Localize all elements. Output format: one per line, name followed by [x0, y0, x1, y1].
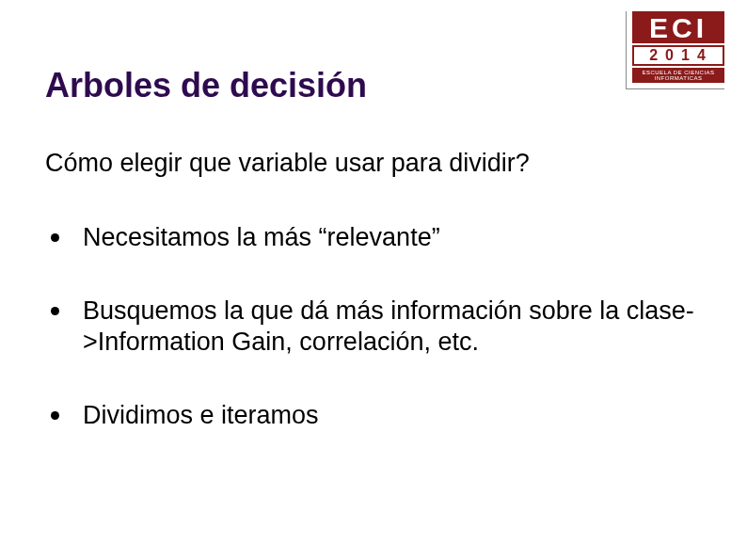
logo-year: 2014 — [632, 45, 724, 66]
slide-subtitle: Cómo elegir que variable usar para divid… — [45, 149, 530, 178]
list-item: Necesitamos la más “relevante” — [45, 222, 702, 252]
list-item: Busquemos la que dá más información sobr… — [45, 296, 702, 357]
logo-name: ECI — [632, 11, 724, 43]
logo: ECI 2014 ESCUELA DE CIENCIAS INFORMATICA… — [626, 11, 724, 89]
slide-title: Arboles de decisión — [45, 66, 367, 105]
logo-subtitle: ESCUELA DE CIENCIAS INFORMATICAS — [632, 68, 724, 83]
list-item: Dividimos e iteramos — [45, 400, 702, 430]
bullet-list: Necesitamos la más “relevante” Busquemos… — [45, 222, 702, 474]
